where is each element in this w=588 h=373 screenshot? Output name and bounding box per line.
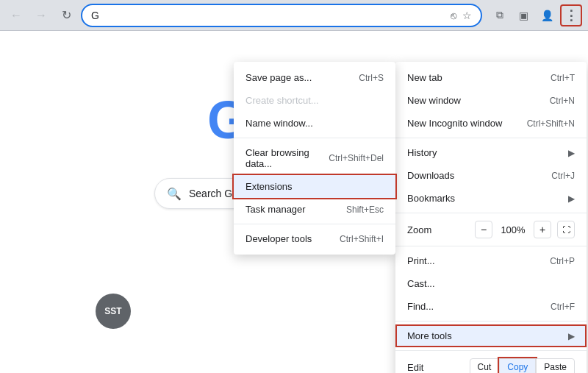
task-manager-label: Task manager	[245, 204, 334, 215]
browser-toolbar: ← → ↻ ⎋ ☆ ⧉ ▣ 👤 ⋮	[0, 0, 588, 31]
sub-menu-save-page[interactable]: Save page as... Ctrl+S	[234, 66, 395, 89]
divider-4	[395, 321, 587, 322]
main-content: Google 🔍 Search Google SST New tab Ctrl+…	[0, 31, 588, 373]
menu-item-new-tab[interactable]: New tab Ctrl+T	[395, 66, 587, 89]
new-tab-shortcut: Ctrl+T	[551, 73, 575, 83]
history-label: History	[407, 147, 562, 158]
toolbar-icons: ⧉ ▣ 👤 ⋮	[490, 4, 582, 26]
incognito-label: New Incognito window	[407, 118, 515, 129]
dev-tools-shortcut: Ctrl+Shift+I	[340, 234, 384, 244]
refresh-button[interactable]: ↻	[56, 5, 76, 26]
paste-button[interactable]: Paste	[536, 358, 575, 373]
bookmarks-arrow: ▶	[568, 193, 575, 204]
cast-label: Cast...	[407, 278, 575, 289]
share-icon: ⎋	[451, 10, 456, 21]
new-tab-label: New tab	[407, 72, 539, 83]
sub-menu-dev-tools[interactable]: Developer tools Ctrl+Shift+I	[234, 227, 395, 250]
menu-button[interactable]: ⋮	[560, 4, 582, 26]
avatar-initials: SST	[104, 306, 121, 316]
split-view-button[interactable]: ▣	[513, 5, 534, 26]
sub-menu-task-manager[interactable]: Task manager Shift+Esc	[234, 198, 395, 221]
dev-tools-label: Developer tools	[245, 233, 328, 244]
find-label: Find...	[407, 301, 539, 312]
copy-button[interactable]: Copy	[499, 358, 536, 373]
edit-label: Edit	[407, 362, 470, 373]
task-manager-shortcut: Shift+Esc	[346, 205, 384, 215]
menu-item-incognito[interactable]: New Incognito window Ctrl+Shift+N	[395, 112, 587, 135]
address-bar: ⎋ ☆	[81, 4, 482, 27]
forward-button[interactable]: →	[31, 5, 51, 26]
menu-item-history[interactable]: History ▶	[395, 141, 587, 164]
sub-menu-clear-browsing[interactable]: Clear browsing data... Ctrl+Shift+Del	[234, 141, 395, 175]
menu-item-more-tools[interactable]: More tools ▶	[395, 324, 587, 347]
sub-divider-2	[234, 224, 395, 224]
create-shortcut-label: Create shortcut...	[245, 95, 384, 106]
zoom-in-button[interactable]: +	[534, 221, 551, 238]
divider-3	[395, 246, 587, 246]
zoom-row: Zoom − 100% + ⛶	[395, 216, 587, 243]
sub-divider-1	[234, 138, 395, 138]
bookmark-icon: ☆	[462, 10, 472, 21]
new-window-label: New window	[407, 95, 538, 106]
sub-menu-extensions[interactable]: Extensions	[234, 175, 395, 198]
address-input[interactable]	[91, 10, 445, 21]
save-page-label: Save page as...	[245, 72, 347, 83]
menu-item-print[interactable]: Print... Ctrl+P	[395, 249, 587, 272]
search-icon: 🔍	[167, 187, 182, 201]
extensions-button[interactable]: ⧉	[490, 5, 510, 26]
cut-button[interactable]: Cut	[470, 358, 500, 373]
zoom-out-button[interactable]: −	[475, 221, 492, 238]
edit-row: Edit Cut Copy Paste	[395, 354, 587, 373]
main-dropdown-menu: New tab Ctrl+T New window Ctrl+N New Inc…	[395, 62, 587, 373]
print-shortcut: Ctrl+P	[550, 256, 575, 266]
downloads-shortcut: Ctrl+J	[551, 171, 575, 181]
sub-menu-create-shortcut[interactable]: Create shortcut...	[234, 89, 395, 112]
menu-item-new-window[interactable]: New window Ctrl+N	[395, 89, 587, 112]
menu-item-bookmarks[interactable]: Bookmarks ▶	[395, 187, 587, 210]
menu-item-cast[interactable]: Cast...	[395, 272, 587, 295]
new-window-shortcut: Ctrl+N	[550, 96, 575, 106]
find-shortcut: Ctrl+F	[551, 302, 575, 312]
menu-item-find[interactable]: Find... Ctrl+F	[395, 295, 587, 318]
zoom-value: 100%	[498, 224, 528, 235]
history-arrow: ▶	[568, 148, 575, 158]
bookmarks-label: Bookmarks	[407, 193, 562, 204]
back-icon: ←	[10, 9, 22, 22]
divider-2	[395, 213, 587, 213]
print-label: Print...	[407, 255, 538, 266]
more-tools-arrow: ▶	[568, 331, 575, 341]
back-button[interactable]: ←	[6, 5, 26, 26]
refresh-icon: ↻	[62, 8, 71, 22]
save-page-shortcut: Ctrl+S	[359, 73, 384, 83]
extensions-label: Extensions	[245, 181, 384, 192]
avatar: SST	[96, 294, 131, 329]
menu-item-downloads[interactable]: Downloads Ctrl+J	[395, 164, 587, 187]
profile-button[interactable]: 👤	[537, 5, 557, 26]
more-tools-label: More tools	[407, 330, 562, 341]
divider-1	[395, 138, 587, 138]
sub-menu-name-window[interactable]: Name window...	[234, 112, 395, 135]
zoom-label: Zoom	[407, 224, 469, 235]
incognito-shortcut: Ctrl+Shift+N	[527, 118, 575, 129]
clear-browsing-shortcut: Ctrl+Shift+Del	[329, 153, 384, 163]
divider-5	[395, 350, 587, 351]
downloads-label: Downloads	[407, 170, 539, 181]
name-window-label: Name window...	[245, 118, 384, 129]
clear-browsing-label: Clear browsing data...	[245, 147, 317, 169]
sub-dropdown-menu: Save page as... Ctrl+S Create shortcut..…	[234, 62, 395, 255]
forward-icon: →	[35, 9, 47, 22]
fullscreen-button[interactable]: ⛶	[557, 221, 575, 238]
